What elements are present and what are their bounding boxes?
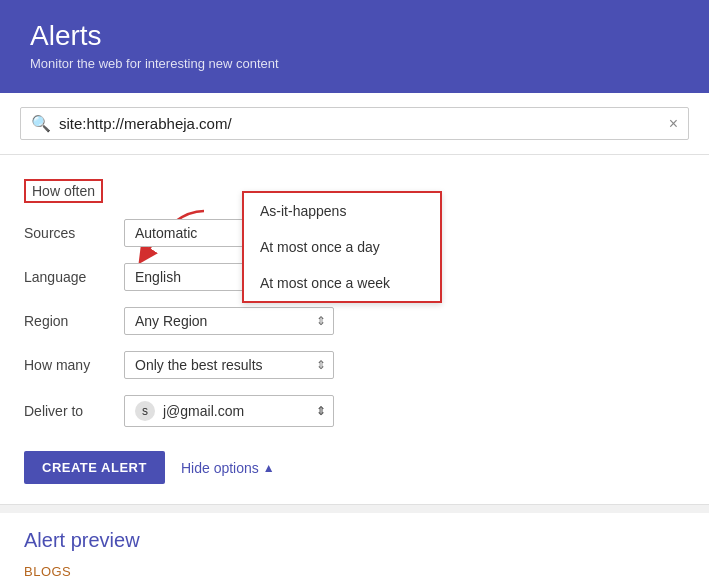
buttons-row: CREATE ALERT Hide options ▲ (24, 451, 685, 484)
options-card: How often As-it-happens At most once a d… (0, 155, 709, 504)
chevron-up-icon: ▲ (263, 461, 275, 475)
how-often-popup: As-it-happens At most once a day At most… (242, 191, 442, 303)
close-icon[interactable]: × (669, 115, 678, 133)
deliver-to-row: Deliver to s j@gmail.com ⇕ (24, 387, 685, 435)
email-display: j@gmail.com (163, 403, 244, 419)
how-many-select[interactable]: Only the best results All results (124, 351, 334, 379)
alert-preview-title: Alert preview (24, 529, 685, 552)
how-often-label: How often (24, 179, 103, 203)
search-bar: 🔍 × (20, 107, 689, 140)
hide-options-label: Hide options (181, 460, 259, 476)
divider (0, 504, 709, 505)
sources-label: Sources (24, 225, 124, 241)
hide-options-link[interactable]: Hide options ▲ (181, 460, 275, 476)
how-often-option-as-it-happens[interactable]: As-it-happens (244, 193, 440, 229)
region-row: Region Any Region United States United K… (24, 299, 685, 343)
avatar: s (135, 401, 155, 421)
how-often-row: How often As-it-happens At most once a d… (24, 171, 685, 211)
page-title: Alerts (30, 20, 679, 52)
deliver-to-input[interactable]: s j@gmail.com (124, 395, 334, 427)
preview-section-label: BLOGS (24, 564, 685, 579)
how-often-option-once-a-day[interactable]: At most once a day (244, 229, 440, 265)
header: Alerts Monitor the web for interesting n… (0, 0, 709, 93)
how-many-value: Only the best results All results (124, 351, 685, 379)
search-input[interactable] (59, 115, 661, 132)
region-select[interactable]: Any Region United States United Kingdom (124, 307, 334, 335)
deliver-to-value: s j@gmail.com ⇕ (124, 395, 685, 427)
region-value: Any Region United States United Kingdom (124, 307, 685, 335)
page-subtitle: Monitor the web for interesting new cont… (30, 56, 679, 71)
how-often-option-once-a-week[interactable]: At most once a week (244, 265, 440, 301)
deliver-to-label: Deliver to (24, 403, 124, 419)
search-bar-container: 🔍 × (0, 93, 709, 155)
create-alert-button[interactable]: CREATE ALERT (24, 451, 165, 484)
deliver-to-select-wrap: s j@gmail.com ⇕ (124, 395, 334, 427)
how-many-label: How many (24, 357, 124, 373)
search-icon: 🔍 (31, 114, 51, 133)
region-select-wrap: Any Region United States United Kingdom (124, 307, 334, 335)
alert-preview-card: Alert preview BLOGS (0, 513, 709, 579)
how-many-select-wrap: Only the best results All results (124, 351, 334, 379)
how-many-row: How many Only the best results All resul… (24, 343, 685, 387)
language-label: Language (24, 269, 124, 285)
region-label: Region (24, 313, 124, 329)
